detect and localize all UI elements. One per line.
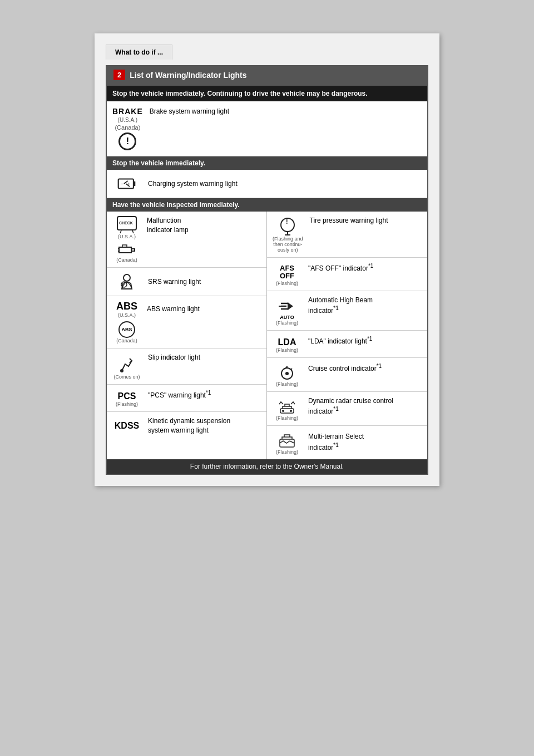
lda-description: "LDA" indicator light*1 [308, 335, 422, 346]
brake-entry: BRAKE (U.S.A.) (Canada) ! Brake system w… [107, 101, 427, 156]
abs-text-icon-cell: ABS (U.S.A.) [112, 301, 141, 318]
terrain-description: Multi-terrain Selectindicator*1 [308, 432, 422, 453]
brake-canada-label: (Canada) [115, 124, 140, 131]
slip-icon-cell: (Comes on) [112, 353, 141, 380]
svg-point-21 [290, 410, 292, 412]
section-title: List of Warning/Indicator Lights [130, 71, 246, 80]
svg-text:CHECK: CHECK [119, 221, 133, 225]
abs-circle-icon-cell: ABS (Canada) [112, 321, 141, 343]
charging-entry: − + Charging system warning light [107, 170, 427, 198]
svg-point-9 [123, 274, 130, 281]
engine-icon [117, 243, 137, 257]
afs-icon-cell: AFSOFF (Flashing) [273, 262, 301, 286]
auto-beam-entry: AUTO (Flashing) Automatic High Beamindic… [267, 291, 427, 331]
brake-text-icon: BRAKE [112, 107, 143, 116]
svg-text:!: ! [286, 218, 288, 225]
drcc-icon-cell: (Flashing) [273, 396, 301, 421]
battery-icon: − + [117, 174, 136, 193]
svg-rect-0 [118, 179, 134, 189]
srs-description: SRS warning light [148, 277, 261, 287]
svg-point-11 [120, 369, 123, 372]
afs-text-icon: AFSOFF [280, 264, 294, 281]
stop-immediately-label: Stop the vehicle immediately. [107, 156, 427, 170]
battery-icon-cell: − + [112, 174, 141, 193]
inspect-col-left: CHECK (U.S.A.) Malfunctionindicator lamp [107, 212, 267, 459]
auto-beam-icon-cell: AUTO (Flashing) [273, 296, 301, 326]
svg-text:+: + [128, 182, 130, 186]
pcs-icon-cell: PCS (Flashing) [112, 389, 141, 407]
engine-canada-icon-cell: (Canada) [112, 243, 141, 263]
svg-point-18 [285, 372, 289, 375]
kdss-text-icon: KDSS [115, 421, 139, 431]
cruise-description: Cruise control indicator*1 [308, 362, 422, 374]
lda-entry: LDA (Flashing) "LDA" indicator light*1 [267, 331, 427, 358]
tab-label: What to do if ... [115, 48, 163, 56]
brake-description: Brake system warning light [150, 107, 422, 116]
main-table: Stop the vehicle immediately. Continuing… [106, 85, 428, 475]
inspect-section: CHECK (U.S.A.) Malfunctionindicator lamp [107, 212, 427, 459]
abs-entry: ABS (U.S.A.) ABS warning light ABS (Cana… [107, 296, 266, 348]
srs-icon-cell [112, 272, 141, 291]
kdss-icon-cell: KDSS [112, 421, 141, 431]
charging-description: Charging system warning light [148, 179, 422, 189]
lda-icon-cell: LDA (Flashing) [273, 335, 301, 353]
page-container: What to do if ... 2 List of Warning/Indi… [95, 33, 439, 486]
svg-point-20 [282, 410, 284, 412]
auto-beam-description: Automatic High Beamindicator*1 [308, 296, 422, 316]
section-number: 2 [113, 70, 125, 80]
abs-text-icon: ABS [116, 301, 137, 312]
lda-text-icon: LDA [278, 337, 296, 347]
abs-circle-icon: ABS [118, 321, 135, 338]
drcc-entry: (Flashing) Dynamic radar cruise controli… [267, 392, 427, 426]
section-header: 2 List of Warning/Indicator Lights [106, 65, 428, 85]
section-tab: What to do if ... [106, 45, 172, 60]
svg-rect-1 [134, 181, 135, 186]
svg-line-2 [124, 181, 128, 184]
terrain-icon [278, 433, 296, 449]
slip-icon [117, 355, 136, 374]
cruise-entry: (Flashing) Cruise control indicator*1 [267, 358, 427, 392]
tire-pressure-icon: ! [278, 217, 297, 236]
cruise-icon-cell: (Flashing) [273, 362, 301, 387]
pcs-entry: PCS (Flashing) "PCS" warning light*1 [107, 385, 266, 412]
tire-icon-cell: ! (Flashing andthen continu-ously on) [273, 216, 303, 253]
auto-beam-icon [278, 298, 296, 315]
brake-circle-icon: ! [118, 132, 136, 150]
afs-entry: AFSOFF (Flashing) "AFS OFF" indicator*1 [267, 258, 427, 291]
brake-usa-label: (U.S.A.) [118, 117, 138, 123]
danger-header: Stop the vehicle immediately. Continuing… [107, 86, 427, 101]
footer-note: For further information, refer to the Ow… [107, 459, 427, 474]
kdss-description: Kinetic dynamic suspensionsystem warning… [148, 416, 261, 435]
srs-icon [117, 272, 136, 291]
inspect-label: Have the vehicle inspected immediately. [107, 198, 427, 212]
drcc-description: Dynamic radar cruise controlindicator*1 [308, 396, 422, 417]
terrain-icon-cell: (Flashing) [273, 430, 301, 455]
check-engine-icon: CHECK [117, 216, 137, 234]
drcc-icon [278, 399, 296, 415]
slip-description: Slip indicator light [148, 353, 261, 362]
slip-entry: (Comes on) Slip indicator light [107, 348, 266, 385]
brake-icon-cell: BRAKE (U.S.A.) (Canada) ! [112, 107, 143, 150]
pcs-description: "PCS" warning light*1 [148, 389, 261, 400]
tire-description: Tire pressure warning light [310, 216, 422, 225]
cruise-icon [278, 365, 296, 381]
malfunction-entry: CHECK (U.S.A.) Malfunctionindicator lamp [107, 212, 266, 268]
srs-entry: SRS warning light [107, 268, 266, 296]
svg-text:−: − [121, 182, 123, 186]
tire-entry: ! (Flashing andthen continu-ously on) Ti… [267, 212, 427, 258]
terrain-entry: (Flashing) Multi-terrain Selectindicator… [267, 426, 427, 459]
afs-description: "AFS OFF" indicator*1 [308, 262, 422, 273]
pcs-text-icon: PCS [118, 391, 136, 401]
inspect-col-right: ! (Flashing andthen continu-ously on) Ti… [267, 212, 427, 459]
kdss-entry: KDSS Kinetic dynamic suspensionsystem wa… [107, 412, 266, 440]
check-icon-cell: CHECK (U.S.A.) [112, 216, 141, 239]
